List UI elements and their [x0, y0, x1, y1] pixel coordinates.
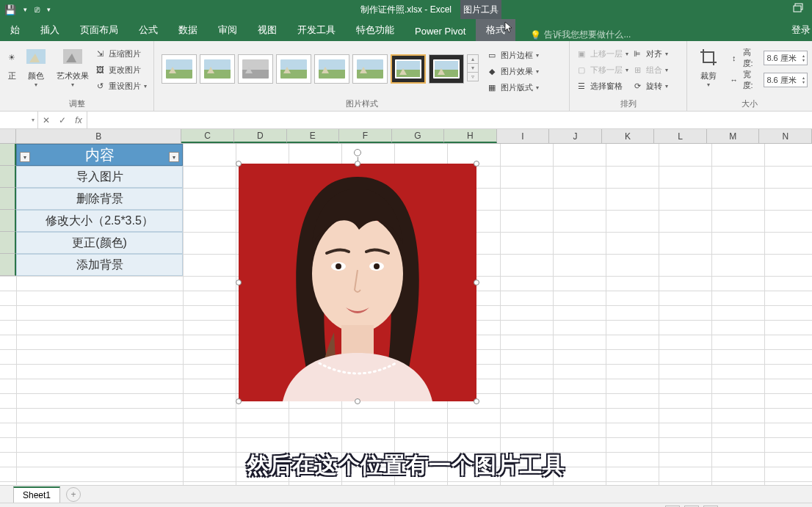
- cell-b6[interactable]: 添加背景: [16, 254, 183, 276]
- tab-review[interactable]: 审阅: [208, 19, 247, 41]
- row-header-4[interactable]: [0, 210, 16, 232]
- tab-view[interactable]: 视图: [247, 19, 287, 41]
- col-header-C[interactable]: C: [181, 129, 234, 143]
- handle-tc[interactable]: [355, 161, 360, 167]
- tab-power-pivot[interactable]: Power Pivot: [405, 21, 476, 41]
- cell-b2[interactable]: 导入图片: [16, 166, 183, 188]
- picture-effects-button[interactable]: ◆图片效果▾: [485, 63, 540, 79]
- artistic-effects-icon: [61, 45, 84, 69]
- fx-button[interactable]: fx: [70, 115, 87, 125]
- handle-bl[interactable]: [236, 398, 242, 404]
- reset-picture-button[interactable]: ↺重设图片▾: [93, 78, 148, 94]
- ribbon: ☀ 正 颜色▾ 艺术效果▾ ⇲压缩图片 🖼更改图片 ↺重设图片▾ 调整: [0, 41, 812, 112]
- width-icon: ↔: [728, 74, 740, 86]
- tab-insert[interactable]: 插入: [30, 19, 70, 41]
- arrange-group-label: 排列: [574, 97, 682, 111]
- artistic-effects-button[interactable]: 艺术效果▾: [53, 44, 93, 88]
- filter-button-right[interactable]: ▾: [169, 152, 179, 162]
- selection-pane-icon: ☰: [576, 80, 587, 92]
- col-header-G[interactable]: G: [392, 129, 445, 143]
- compress-picture-button[interactable]: ⇲压缩图片: [93, 45, 148, 62]
- tab-format[interactable]: 格式: [476, 19, 515, 41]
- crop-icon: [697, 45, 720, 69]
- col-header-N[interactable]: N: [759, 129, 812, 143]
- name-box[interactable]: ▾: [0, 112, 38, 128]
- style-thumb-3[interactable]: [238, 54, 273, 84]
- inserted-picture[interactable]: [239, 164, 476, 401]
- style-thumb-1[interactable]: [162, 54, 197, 84]
- tab-page-layout[interactable]: 页面布局: [70, 19, 128, 41]
- ribbon-tabs: 始 插入 页面布局 公式 数据 审阅 视图 开发工具 特色功能 Power Pi…: [0, 19, 812, 41]
- row-headers: [0, 144, 16, 276]
- touch-mode-icon[interactable]: ⎚: [35, 4, 40, 15]
- tab-special[interactable]: 特色功能: [346, 19, 405, 41]
- cell-b3[interactable]: 删除背景: [16, 188, 183, 210]
- quick-access-dropdown-icon[interactable]: ▾: [23, 6, 27, 13]
- status-bar: ▦ ▥ ▤ −: [0, 503, 812, 507]
- handle-mr[interactable]: [474, 280, 479, 285]
- style-thumb-8[interactable]: [429, 54, 464, 84]
- enter-formula-button[interactable]: ✓: [54, 115, 70, 125]
- col-header-D[interactable]: D: [234, 129, 287, 143]
- size-group-label: 大小: [692, 97, 808, 111]
- bring-forward-button: ▣上移一层▾: [574, 45, 630, 62]
- col-header-H[interactable]: H: [444, 129, 497, 143]
- rotate-button[interactable]: ⟳旋转▾: [630, 78, 670, 94]
- row-header-2[interactable]: [0, 166, 16, 188]
- cell-b4[interactable]: 修改大小（2.5*3.5）: [16, 210, 183, 232]
- cancel-formula-button[interactable]: ✕: [38, 115, 54, 125]
- tab-data[interactable]: 数据: [168, 19, 208, 41]
- col-header-J[interactable]: J: [549, 129, 602, 143]
- change-picture-button[interactable]: 🖼更改图片: [93, 62, 148, 78]
- style-thumb-2[interactable]: [200, 54, 235, 84]
- color-button[interactable]: 颜色▾: [19, 44, 53, 88]
- handle-tl[interactable]: [236, 161, 242, 167]
- select-all-corner[interactable]: [0, 129, 16, 143]
- add-sheet-button[interactable]: +: [66, 487, 81, 502]
- handle-br[interactable]: [474, 398, 479, 404]
- col-header-B[interactable]: B: [16, 129, 182, 143]
- id-photo: [239, 164, 476, 401]
- style-thumb-4[interactable]: [276, 54, 311, 84]
- selection-pane-button[interactable]: ☰选择窗格: [574, 78, 630, 94]
- handle-ml[interactable]: [236, 280, 242, 285]
- align-button[interactable]: ⊫对齐▾: [630, 45, 670, 62]
- formula-input[interactable]: [87, 112, 812, 128]
- lightbulb-icon: 💡: [530, 30, 541, 40]
- row-header-3[interactable]: [0, 188, 16, 210]
- width-input[interactable]: 8.6 厘米▴▾: [764, 73, 808, 87]
- gallery-more-icon[interactable]: ▿: [467, 72, 479, 81]
- worksheet-grid[interactable]: 内容 ▾ ▾ 导入图片 删除背景 修改大小（2.5*3.5） 更正(颜色) 添加…: [0, 144, 812, 485]
- corrections-button[interactable]: ☀ 正: [4, 44, 19, 81]
- crop-button[interactable]: 裁剪▾: [692, 44, 725, 88]
- tell-me-search[interactable]: 💡 告诉我您想要做什么...: [530, 29, 631, 41]
- login-link[interactable]: 登录: [791, 23, 812, 41]
- save-icon[interactable]: 💾: [4, 4, 16, 15]
- filter-button-left[interactable]: ▾: [20, 152, 30, 162]
- col-header-M[interactable]: M: [707, 129, 760, 143]
- style-thumb-7[interactable]: [391, 54, 426, 84]
- height-input[interactable]: 8.6 厘米▴▾: [764, 51, 808, 65]
- row-header-6[interactable]: [0, 254, 16, 276]
- col-header-L[interactable]: L: [654, 129, 707, 143]
- window-restore-icon[interactable]: [793, 3, 805, 15]
- touch-dropdown-icon[interactable]: ▾: [47, 6, 51, 13]
- style-thumb-5[interactable]: [314, 54, 349, 84]
- row-header-1[interactable]: [0, 144, 16, 166]
- handle-tr[interactable]: [474, 161, 479, 167]
- tab-formulas[interactable]: 公式: [128, 19, 168, 41]
- col-header-F[interactable]: F: [339, 129, 392, 143]
- col-header-I[interactable]: I: [497, 129, 550, 143]
- tab-developer[interactable]: 开发工具: [287, 19, 346, 41]
- row-header-5[interactable]: [0, 232, 16, 254]
- col-header-K[interactable]: K: [602, 129, 655, 143]
- picture-border-button[interactable]: ▭图片边框▾: [485, 47, 540, 63]
- picture-layout-button[interactable]: ▦图片版式▾: [485, 79, 540, 95]
- rotate-handle[interactable]: [354, 149, 361, 156]
- sheet-tab-1[interactable]: Sheet1: [13, 486, 60, 503]
- cell-b5[interactable]: 更正(颜色): [16, 232, 183, 254]
- col-header-E[interactable]: E: [287, 129, 340, 143]
- handle-bc[interactable]: [355, 398, 360, 404]
- style-thumb-6[interactable]: [352, 54, 388, 84]
- tab-home-partial[interactable]: 始: [0, 19, 30, 41]
